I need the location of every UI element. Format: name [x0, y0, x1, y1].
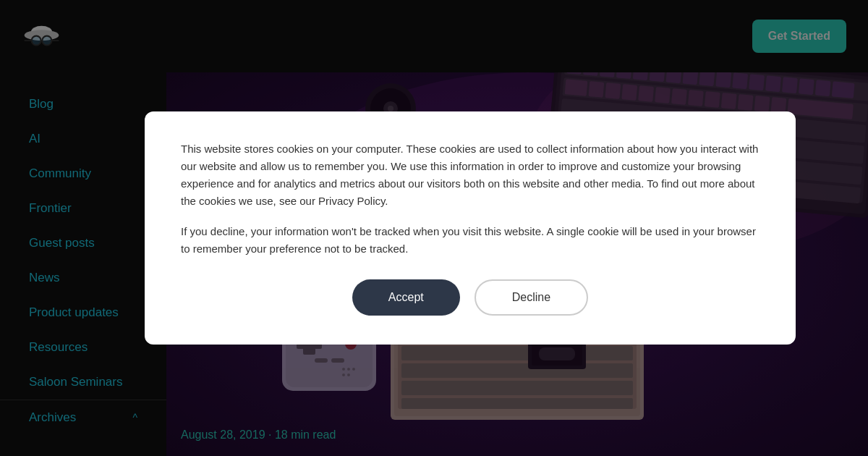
- decline-button[interactable]: Decline: [475, 279, 588, 316]
- modal-overlay: This website stores cookies on your comp…: [0, 0, 868, 456]
- accept-button[interactable]: Accept: [352, 279, 460, 316]
- modal-actions: Accept Decline: [181, 279, 760, 316]
- cookie-text-2: If you decline, your information won't b…: [181, 223, 760, 258]
- cookie-modal: This website stores cookies on your comp…: [145, 111, 796, 345]
- cookie-text-1: This website stores cookies on your comp…: [181, 140, 760, 210]
